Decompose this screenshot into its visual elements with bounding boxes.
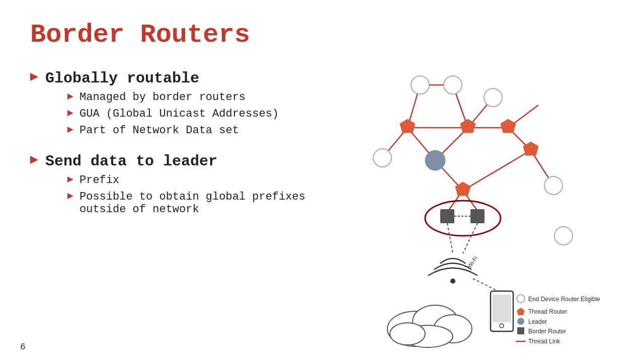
slide: Border Routers Globally routable Managed…	[0, 0, 644, 362]
sub-bullet-text-possible: Possible to obtain global prefixes outsi…	[79, 191, 332, 216]
svg-text:Thread Link: Thread Link	[528, 338, 560, 345]
svg-marker-47	[517, 308, 525, 315]
bullet-section: Globally routable Managed by border rout…	[30, 65, 332, 232]
content-area: Globally routable Managed by border rout…	[30, 65, 614, 232]
svg-point-45	[517, 295, 525, 303]
sub-bullet-icon-gua	[67, 110, 73, 116]
svg-point-28	[425, 201, 501, 236]
sub-bullet-text-part: Part of Network Data set	[79, 124, 239, 137]
bullet-send-data: Send data to leader Prefix Possible to o…	[30, 153, 332, 221]
svg-point-34	[450, 279, 455, 284]
svg-point-17	[444, 76, 462, 94]
svg-marker-22	[400, 119, 415, 133]
sub-bullet-managed: Managed by border routers	[67, 91, 279, 104]
sub-bullets-1: Managed by border routers GUA (Global Un…	[67, 91, 279, 137]
svg-text:Leader: Leader	[528, 318, 547, 325]
svg-rect-43	[493, 295, 511, 322]
svg-point-18	[484, 88, 502, 107]
svg-marker-24	[501, 119, 516, 133]
sub-bullet-possible: Possible to obtain global prefixes outsi…	[67, 191, 332, 216]
bullet-globally-routable: Globally routable Managed by border rout…	[30, 70, 332, 142]
sub-bullet-text-managed: Managed by border routers	[79, 91, 246, 104]
svg-line-32	[447, 223, 453, 253]
svg-line-36	[473, 279, 498, 291]
svg-rect-51	[517, 327, 524, 334]
svg-point-41	[390, 323, 425, 345]
svg-point-16	[411, 76, 429, 94]
sub-bullet-icon-managed	[67, 94, 73, 100]
bullet-icon-1	[30, 73, 38, 81]
svg-text:Border Router: Border Router	[528, 328, 566, 335]
svg-text:Thread Router: Thread Router	[528, 308, 567, 315]
svg-rect-29	[440, 209, 454, 223]
sub-bullet-icon-part	[67, 127, 73, 133]
svg-line-33	[463, 223, 477, 253]
svg-text:Wi-Fi: Wi-Fi	[466, 255, 479, 269]
sub-bullet-text-prefix: Prefix	[79, 174, 119, 187]
svg-text:End Device Router Eligible: End Device Router Eligible	[528, 296, 600, 303]
sub-bullet-prefix: Prefix	[67, 174, 332, 187]
svg-point-49	[517, 318, 524, 325]
svg-point-27	[425, 150, 445, 170]
svg-rect-30	[470, 209, 485, 223]
svg-marker-25	[523, 142, 538, 155]
sub-bullet-text-gua: GUA (Global Unicast Addresses)	[79, 108, 279, 120]
page-number: 6	[20, 342, 26, 352]
network-diagram: Wi-Fi End Device Router Eligible Thread …	[342, 45, 604, 362]
sub-bullet-icon-prefix	[67, 176, 73, 183]
bullet-text-send-data: Send data to leader	[45, 153, 332, 170]
svg-point-20	[544, 176, 562, 195]
sub-bullet-icon-possible	[67, 193, 73, 199]
sub-bullet-part: Part of Network Data set	[67, 124, 279, 137]
svg-point-19	[373, 149, 391, 167]
bullet-text-globally-routable: Globally routable	[45, 70, 279, 87]
bullet-icon-2	[30, 156, 38, 164]
sub-bullets-2: Prefix Possible to obtain global prefixe…	[67, 174, 332, 216]
sub-bullet-gua: GUA (Global Unicast Addresses)	[67, 108, 279, 120]
svg-point-21	[554, 227, 573, 245]
svg-line-12	[463, 150, 531, 191]
diagram-area: Wi-Fi End Device Router Eligible Thread …	[342, 65, 614, 232]
